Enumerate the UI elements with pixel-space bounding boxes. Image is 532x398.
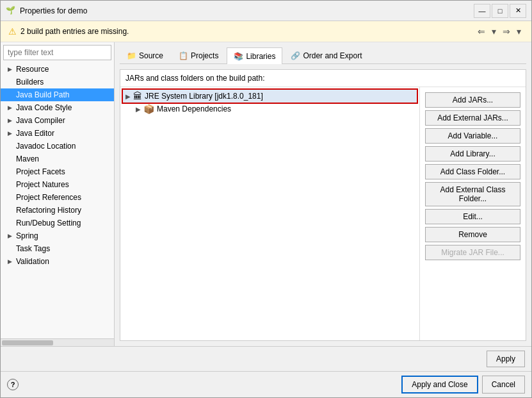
sidebar-item-label: Java Compiler [16,116,65,125]
tab-label: Libraries [246,52,275,61]
lib-item-expand-icon: ▶ [136,106,141,113]
path-label: JARs and class folders on the build path… [120,70,526,87]
lib-item-icon: 📦 [143,104,154,114]
sidebar-item-label: Project Facets [16,167,65,176]
libraries-tab-icon: 📚 [234,52,243,61]
properties-dialog: 🌱 Properties for demo — □ ✕ ⚠ 2 build pa… [0,0,532,398]
sidebar-item-maven[interactable]: Maven [1,153,114,165]
migrate-jar-button: Migrate JAR File... [425,245,520,260]
tab-order[interactable]: 🔗Order and Export [284,47,369,63]
sidebar-item-builders[interactable]: Builders [1,76,114,88]
warning-text: 2 build path entries are missing. [20,27,129,36]
sidebar-item-label: Java Editor [16,129,54,138]
sidebar-item-refactoring-history[interactable]: Refactoring History [1,204,114,217]
sidebar-item-label: Builders [16,78,44,87]
forward-button[interactable]: ⇒ [500,25,513,38]
footer: ? Apply and Close Cancel [1,371,531,397]
back-button[interactable]: ⇐ [475,25,488,38]
cancel-button[interactable]: Cancel [482,376,525,394]
tab-content-inner: ▶🏛JRE System Library [jdk1.8.0_181]▶📦Mav… [120,87,526,340]
apply-button[interactable]: Apply [487,351,525,367]
lib-item-label: JRE System Library [jdk1.8.0_181] [145,92,263,101]
add-jars-button[interactable]: Add JARs... [425,92,520,108]
lib-item-label: Maven Dependencies [157,104,231,113]
sidebar-item-label: Maven [16,154,39,163]
add-variable-button[interactable]: Add Variable... [425,128,520,144]
warning-icon: ⚠ [8,26,17,37]
sidebar-item-java-compiler[interactable]: ▶Java Compiler [1,114,114,127]
sidebar-item-project-references[interactable]: Project References [1,191,114,204]
filter-input[interactable] [3,45,111,60]
add-library-button[interactable]: Add Library... [425,146,520,162]
main-area: ▶ResourceBuildersJava Build Path▶Java Co… [1,42,531,346]
minimize-button[interactable]: — [474,4,490,18]
order-tab-icon: 🔗 [291,51,300,60]
tabs-bar: 📁Source📋Projects📚Libraries🔗Order and Exp… [120,47,526,64]
window-controls: — □ ✕ [474,4,526,18]
dialog-content: ⚠ 2 build path entries are missing. ⇐ ▾ … [1,21,531,397]
sidebar-item-label: Refactoring History [16,206,81,215]
sidebar-item-spring[interactable]: ▶Spring [1,229,114,242]
tab-content: JARs and class folders on the build path… [120,69,526,341]
tab-projects[interactable]: 📋Projects [172,47,225,63]
close-button[interactable]: ✕ [510,4,526,18]
sidebar-item-project-natures[interactable]: Project Natures [1,178,114,191]
lib-buttons: Add JARs...Add External JARs...Add Varia… [420,87,526,340]
nav-menu-button[interactable]: ▾ [514,25,524,38]
dialog-title: Properties for demo [20,6,474,15]
sidebar-item-label: Run/Debug Setting [16,219,81,228]
sidebar-items-list: ▶ResourceBuildersJava Build Path▶Java Co… [1,63,114,338]
add-external-jars-button[interactable]: Add External JARs... [425,110,520,126]
expand-icon: ▶ [6,104,13,112]
sidebar-item-validation[interactable]: ▶Validation [1,255,114,268]
lib-item-expand-icon: ▶ [125,93,131,100]
sidebar-item-label: Project References [16,193,81,202]
add-class-folder-button[interactable]: Add Class Folder... [425,164,520,179]
expand-icon: ▶ [6,232,13,240]
sidebar-item-task-tags[interactable]: Task Tags [1,242,114,255]
sidebar-item-javadoc-location[interactable]: Javadoc Location [1,140,114,153]
sidebar-item-run-debug-setting[interactable]: Run/Debug Setting [1,217,114,229]
sidebar-item-label: Resource [16,65,49,74]
tab-label: Source [139,51,163,60]
apply-close-button[interactable]: Apply and Close [401,376,478,394]
help-icon[interactable]: ? [7,379,19,390]
add-external-class-folder-button[interactable]: Add External Class Folder... [425,182,520,206]
sidebar-item-label: Project Natures [16,180,69,189]
sidebar-scrollbar[interactable] [1,338,114,346]
footer-actions: Apply and Close Cancel [401,376,525,394]
expand-icon: ▶ [6,258,13,265]
sidebar-item-resource[interactable]: ▶Resource [1,63,114,76]
lib-item-maven[interactable]: ▶📦Maven Dependencies [123,103,417,115]
remove-button[interactable]: Remove [425,227,520,242]
title-bar: 🌱 Properties for demo — □ ✕ [1,1,531,21]
lib-list: ▶🏛JRE System Library [jdk1.8.0_181]▶📦Mav… [120,87,420,340]
sidebar-item-java-code-style[interactable]: ▶Java Code Style [1,101,114,114]
tab-source[interactable]: 📁Source [120,47,170,63]
source-tab-icon: 📁 [127,51,136,60]
projects-tab-icon: 📋 [179,51,188,60]
expand-icon: ▶ [6,65,13,73]
sidebar-item-project-facets[interactable]: Project Facets [1,165,114,178]
right-panel: 📁Source📋Projects📚Libraries🔗Order and Exp… [115,42,531,346]
maximize-button[interactable]: □ [492,4,508,18]
expand-icon: ▶ [6,117,13,124]
sidebar-item-label: Spring [16,231,38,240]
tab-libraries[interactable]: 📚Libraries [227,47,282,64]
tab-label: Order and Export [303,51,362,60]
tab-label: Projects [191,51,218,60]
nav-dropdown-button[interactable]: ▾ [489,25,499,38]
sidebar: ▶ResourceBuildersJava Build Path▶Java Co… [1,42,115,346]
sidebar-item-java-build-path[interactable]: Java Build Path [1,88,114,101]
app-icon: 🌱 [6,6,16,16]
sidebar-item-label: Task Tags [16,244,50,253]
lib-item-icon: 🏛 [133,91,142,101]
expand-icon: ▶ [6,129,13,137]
sidebar-item-java-editor[interactable]: ▶Java Editor [1,127,114,140]
nav-arrows: ⇐ ▾ ⇒ ▾ [475,25,524,38]
warning-bar: ⚠ 2 build path entries are missing. ⇐ ▾ … [1,21,531,42]
lib-item-jre[interactable]: ▶🏛JRE System Library [jdk1.8.0_181] [123,90,417,103]
sidebar-item-label: Javadoc Location [16,142,76,151]
edit-button[interactable]: Edit... [425,209,520,224]
sidebar-item-label: Validation [16,257,49,266]
